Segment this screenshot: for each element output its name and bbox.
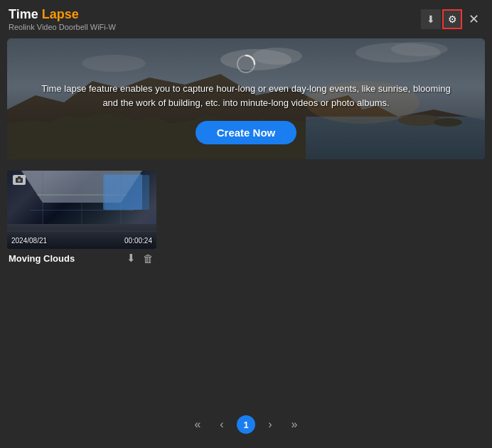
next-page-button[interactable]: ›	[261, 415, 279, 434]
svg-rect-18	[103, 174, 142, 210]
current-page-button[interactable]: 1	[237, 415, 255, 434]
trash-icon: 🗑	[143, 252, 154, 265]
video-info: Moving Clouds ⬇ 🗑	[7, 249, 156, 265]
loading-spinner-icon	[235, 53, 257, 75]
video-thumbnail[interactable]: 2024/08/21 00:00:24	[7, 171, 156, 249]
close-button[interactable]: ✕	[464, 9, 483, 29]
video-download-button[interactable]: ⬇	[125, 252, 137, 265]
last-page-button[interactable]: »	[285, 415, 304, 434]
settings-icon: ⚙	[448, 14, 457, 25]
banner-description: Time lapse feature enables you to captur…	[36, 82, 456, 110]
camera-svg-icon	[15, 176, 23, 183]
settings-button[interactable]: ⚙	[442, 9, 462, 29]
create-now-button[interactable]: Create Now	[196, 121, 297, 144]
header-left: Time Lapse Reolink Video Doorbell WiFi-W	[9, 7, 116, 31]
app-title: Time Lapse	[9, 7, 116, 22]
video-date: 2024/08/21	[11, 237, 47, 245]
svg-point-23	[18, 179, 21, 181]
video-title: Moving Clouds	[9, 253, 75, 264]
device-name: Reolink Video Doorbell WiFi-W	[9, 23, 116, 31]
first-page-button[interactable]: «	[188, 415, 207, 434]
video-actions: ⬇ 🗑	[125, 252, 155, 265]
banner-content: Time lapse feature enables you to captur…	[7, 38, 485, 159]
title-time: Time	[9, 7, 38, 21]
download-icon: ⬇	[427, 14, 435, 25]
camera-icon	[13, 175, 26, 185]
download-button[interactable]: ⬇	[421, 9, 441, 29]
header-icons: ⬇ ⚙ ✕	[421, 9, 483, 29]
close-icon: ✕	[469, 11, 479, 27]
video-delete-button[interactable]: 🗑	[141, 252, 155, 265]
prev-page-button[interactable]: ‹	[213, 415, 231, 434]
pagination: « ‹ 1 › »	[0, 415, 492, 434]
app-header: Time Lapse Reolink Video Doorbell WiFi-W…	[0, 0, 492, 33]
title-lapse: Lapse	[38, 7, 79, 21]
banner: Time lapse feature enables you to captur…	[7, 38, 485, 159]
video-duration: 00:00:24	[124, 237, 152, 245]
content-area: 2024/08/21 00:00:24 Moving Clouds ⬇ 🗑	[0, 165, 492, 270]
video-grid: 2024/08/21 00:00:24 Moving Clouds ⬇ 🗑	[7, 171, 485, 265]
video-item: 2024/08/21 00:00:24 Moving Clouds ⬇ 🗑	[7, 171, 156, 265]
svg-rect-24	[18, 176, 21, 178]
download-video-icon: ⬇	[127, 252, 136, 264]
